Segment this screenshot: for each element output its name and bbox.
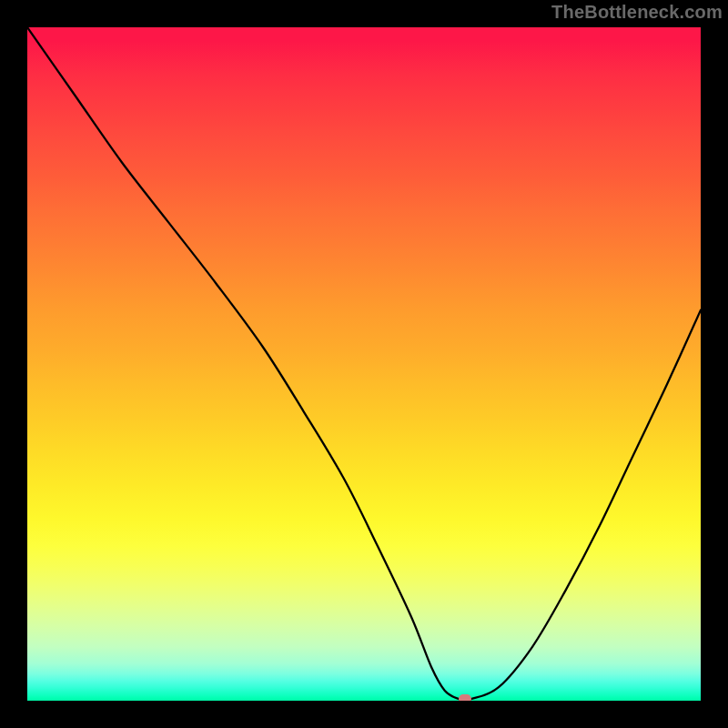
watermark-label: TheBottleneck.com <box>551 2 723 23</box>
plot-area <box>27 27 701 701</box>
optimal-marker <box>459 694 471 701</box>
curve-svg <box>27 27 701 701</box>
chart-container: TheBottleneck.com <box>0 0 728 728</box>
bottleneck-curve <box>27 27 701 700</box>
